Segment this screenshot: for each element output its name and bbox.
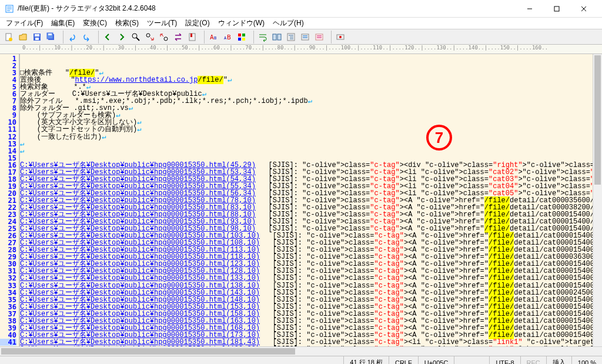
undo-icon[interactable] — [66, 31, 79, 44]
app-icon — [5, 4, 14, 14]
replace-icon[interactable] — [172, 31, 185, 44]
status-crlf: CRLF — [389, 356, 418, 364]
svg-rect-25 — [238, 38, 241, 41]
svg-point-15 — [146, 34, 150, 37]
find-icon[interactable] — [129, 31, 142, 44]
save-file-icon[interactable] — [31, 31, 44, 44]
compare-icon[interactable] — [270, 31, 283, 44]
svg-rect-27 — [273, 34, 276, 40]
status-position: 41 行 18 桁 — [343, 356, 389, 364]
menu-help[interactable]: ヘルプ(H) — [269, 17, 307, 29]
svg-rect-9 — [35, 38, 39, 40]
menu-window[interactable]: ウィンドウ(W) — [215, 17, 268, 29]
line-number-gutter: 1234567891011121314151617181920212223242… — [0, 54, 19, 346]
scrollbar-thumb-h[interactable] — [1, 348, 295, 355]
outline-icon[interactable] — [285, 31, 297, 44]
status-bar: 41 行 18 桁 CRLF U+005C UTF-8 REC 挿入 100 % — [0, 356, 602, 364]
horizontal-scrollbar[interactable] — [0, 346, 602, 356]
window-title: /file/(更新) - サクラエディタ32bit 2.4.2.6048 — [18, 4, 516, 14]
status-rec: REC — [520, 356, 546, 364]
record-icon[interactable] — [334, 31, 347, 44]
svg-rect-36 — [316, 34, 323, 40]
svg-text:B: B — [227, 34, 231, 41]
minimize-button[interactable] — [516, 0, 543, 18]
code-area[interactable]: □検索条件 "/file/"↵置換後 "https://www.northdet… — [20, 54, 602, 346]
svg-rect-28 — [277, 34, 281, 40]
menu-search[interactable]: 検索(S) — [112, 17, 142, 29]
scrollbar-thumb[interactable] — [594, 55, 601, 185]
vertical-scrollbar[interactable] — [593, 54, 602, 346]
status-charcode: U+005C — [418, 356, 454, 364]
svg-rect-2 — [554, 6, 559, 11]
status-zoom[interactable]: 100 % — [571, 356, 602, 364]
tool-a-icon[interactable]: AB — [207, 31, 220, 44]
menu-file[interactable]: ファイル(F) — [2, 17, 46, 29]
svg-point-40 — [339, 36, 342, 38]
ruler: 0....|....10...|....20...|....30...|....… — [0, 45, 602, 54]
type-icon[interactable] — [313, 31, 326, 44]
settings-icon[interactable] — [299, 31, 312, 44]
toolbar: AB AB — [0, 29, 602, 45]
svg-rect-8 — [35, 34, 39, 36]
svg-rect-33 — [302, 34, 309, 40]
svg-text:B: B — [214, 36, 216, 41]
svg-line-14 — [136, 38, 139, 41]
svg-point-6 — [9, 38, 12, 41]
bookmark-icon[interactable] — [186, 31, 199, 44]
ruler-text: 0....|....10...|....20...|....30...|....… — [22, 45, 548, 51]
find-next-icon[interactable] — [143, 31, 156, 44]
menu-settings[interactable]: 設定(O) — [182, 17, 213, 29]
svg-rect-23 — [238, 34, 241, 36]
maximize-button[interactable] — [543, 0, 570, 18]
status-insert[interactable]: 挿入 — [546, 356, 571, 364]
svg-point-13 — [132, 34, 137, 38]
svg-rect-12 — [48, 34, 52, 35]
svg-rect-18 — [190, 34, 192, 37]
open-file-icon[interactable] — [16, 31, 29, 44]
find-prev-icon[interactable] — [158, 31, 170, 44]
annotation-circle-7: 7 — [426, 125, 452, 151]
menu-bar: ファイル(F) 編集(E) 変換(C) 検索(S) ツール(T) 設定(O) ウ… — [0, 18, 602, 29]
save-all-icon[interactable] — [45, 31, 58, 44]
redo-icon[interactable] — [80, 31, 93, 44]
new-file-icon[interactable] — [2, 31, 15, 44]
tool-b-icon[interactable]: AB — [221, 31, 234, 44]
menu-tool[interactable]: ツール(T) — [143, 17, 180, 29]
svg-rect-24 — [242, 34, 245, 36]
svg-text:A: A — [210, 34, 214, 41]
close-button[interactable] — [570, 0, 597, 18]
svg-rect-26 — [242, 38, 245, 41]
forward-icon[interactable] — [115, 31, 128, 44]
svg-point-16 — [164, 37, 168, 41]
status-encoding[interactable]: UTF-8 — [489, 356, 520, 364]
back-icon[interactable] — [101, 31, 114, 44]
status-blank — [454, 356, 489, 364]
menu-convert[interactable]: 変換(C) — [79, 17, 111, 29]
wrap-icon[interactable] — [256, 31, 269, 44]
color-icon[interactable] — [235, 31, 248, 44]
menu-edit[interactable]: 編集(E) — [48, 17, 78, 29]
title-bar: /file/(更新) - サクラエディタ32bit 2.4.2.6048 — [0, 0, 602, 18]
editor[interactable]: 1234567891011121314151617181920212223242… — [0, 54, 602, 346]
